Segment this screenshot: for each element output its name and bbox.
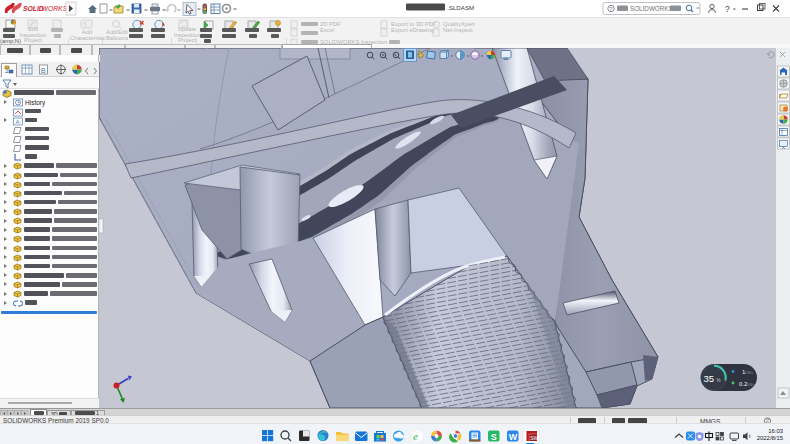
svg-text:WORKS: WORKS bbox=[42, 5, 68, 12]
svg-text:35: 35 bbox=[704, 373, 715, 384]
svg-text:e: e bbox=[413, 430, 418, 442]
svg-text:SW: SW bbox=[530, 435, 538, 441]
svg-text:.SLDASM: .SLDASM bbox=[447, 4, 474, 11]
svg-text:B: B bbox=[41, 67, 46, 74]
svg-text:S: S bbox=[491, 431, 497, 441]
svg-text:W: W bbox=[509, 431, 518, 441]
svg-text:?: ? bbox=[725, 4, 730, 14]
svg-text:SOLIDWORKS: SOLIDWORKS bbox=[630, 5, 673, 12]
svg-text:¶: ¶ bbox=[83, 21, 87, 28]
svg-text:%: % bbox=[717, 378, 721, 383]
svg-text:A: A bbox=[16, 119, 20, 125]
